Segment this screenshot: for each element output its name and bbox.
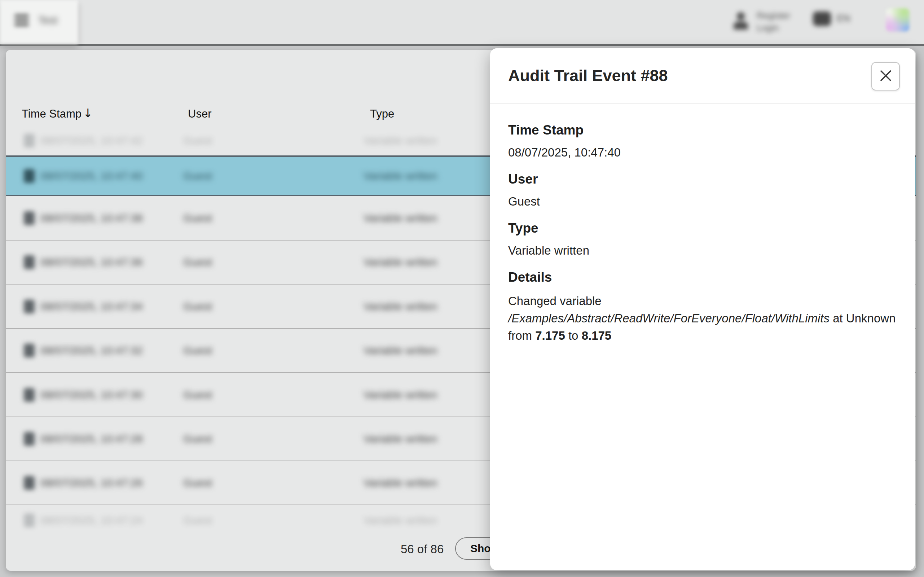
account-line-1: Register — [757, 10, 790, 21]
row-type: Variable written — [364, 134, 437, 147]
event-icon — [24, 169, 35, 183]
section-heading-timestamp: Time Stamp — [508, 122, 898, 138]
top-nav-bar: Test Register Login EN — [0, 0, 924, 46]
language-label: EN — [837, 13, 850, 24]
row-type: Variable written — [364, 300, 437, 313]
panel-title: Audit Trail Event #88 — [508, 48, 668, 103]
row-timestamp: 08/07/2025, 10:47:38 — [40, 212, 143, 224]
row-timestamp: 08/07/2025, 10:47:24 — [40, 514, 143, 527]
account-line-2: Login — [757, 23, 790, 33]
row-timestamp: 08/07/2025, 10:47:26 — [40, 477, 143, 489]
row-type: Variable written — [364, 477, 437, 489]
details-text: Changed variable /Examples/Abstract/Read… — [508, 292, 898, 344]
event-icon — [24, 134, 35, 148]
person-icon — [733, 12, 749, 31]
chat-bubble-icon — [813, 11, 831, 26]
row-user: Guest — [183, 134, 212, 147]
details-to-value: 8.175 — [582, 329, 612, 342]
event-icon — [24, 476, 35, 490]
row-user: Guest — [183, 256, 212, 268]
details-variable-path: /Examples/Abstract/ReadWrite/ForEveryone… — [508, 311, 829, 325]
row-user: Guest — [183, 514, 212, 527]
event-icon — [24, 388, 35, 402]
event-icon — [24, 432, 35, 446]
row-type: Variable written — [364, 170, 437, 182]
row-user: Guest — [183, 344, 212, 357]
row-timestamp: 08/07/2025, 10:47:34 — [40, 300, 143, 313]
row-type: Variable written — [364, 256, 437, 268]
details-from-value: 7.175 — [535, 329, 565, 342]
row-user: Guest — [183, 170, 212, 182]
event-icon — [24, 514, 35, 527]
event-icon — [24, 211, 35, 225]
menu-icon[interactable] — [15, 15, 29, 27]
row-user: Guest — [183, 433, 212, 445]
section-heading-user: User — [508, 171, 898, 187]
section-value-type: Variable written — [508, 243, 898, 258]
column-header-user[interactable]: User — [188, 108, 211, 121]
sort-descending-icon[interactable]: ↓ — [83, 106, 93, 120]
event-icon — [24, 255, 35, 269]
nav-tab-label: Test — [38, 15, 57, 26]
row-type: Variable written — [364, 433, 437, 445]
row-type: Variable written — [364, 514, 437, 527]
row-user: Guest — [183, 212, 212, 224]
event-icon — [24, 344, 35, 357]
language-button[interactable]: EN — [813, 10, 863, 32]
row-type: Variable written — [364, 212, 437, 224]
panel-body: Time Stamp 08/07/2025, 10:47:40 User Gue… — [508, 122, 898, 344]
panel-header: Audit Trail Event #88 — [490, 48, 915, 103]
row-type: Variable written — [364, 389, 437, 401]
audit-event-panel: Audit Trail Event #88 Time Stamp 08/07/2… — [490, 48, 915, 570]
section-value-timestamp: 08/07/2025, 10:47:40 — [508, 145, 898, 160]
account-button[interactable]: Register Login — [733, 6, 794, 37]
user-avatar[interactable] — [886, 8, 909, 32]
section-heading-type: Type — [508, 220, 898, 236]
row-user: Guest — [183, 300, 212, 313]
details-prefix: Changed variable — [508, 294, 601, 308]
audit-trail-page: Test Register Login EN Time Stamp ↓ User… — [0, 0, 924, 577]
row-timestamp: 08/07/2025, 10:47:40 — [40, 170, 143, 182]
row-timestamp: 08/07/2025, 10:47:30 — [40, 389, 143, 401]
close-button[interactable] — [871, 62, 900, 90]
account-label: Register Login — [757, 10, 790, 33]
row-timestamp: 08/07/2025, 10:47:36 — [40, 256, 143, 268]
event-icon — [24, 300, 35, 313]
details-to-word: to — [565, 329, 582, 342]
section-heading-details: Details — [508, 269, 898, 285]
row-user: Guest — [183, 389, 212, 401]
column-header-type[interactable]: Type — [370, 108, 394, 121]
row-type: Variable written — [364, 344, 437, 357]
row-timestamp: 08/07/2025, 10:47:32 — [40, 344, 143, 357]
row-timestamp: 08/07/2025, 10:47:28 — [40, 433, 143, 445]
row-user: Guest — [183, 477, 212, 489]
column-header-timestamp[interactable]: Time Stamp — [22, 108, 82, 121]
row-count-label: 56 of 86 — [401, 542, 443, 556]
active-nav-tab[interactable]: Test — [0, 0, 78, 44]
row-timestamp: 08/07/2025, 10:47:42 — [40, 134, 143, 147]
close-icon — [879, 69, 893, 84]
section-value-user: Guest — [508, 194, 898, 209]
